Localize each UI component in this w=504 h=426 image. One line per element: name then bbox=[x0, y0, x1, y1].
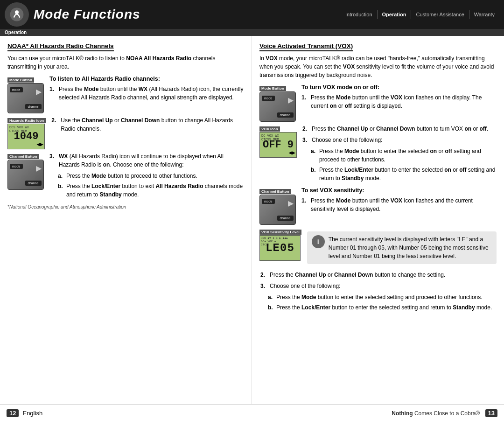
device-arrows: ▶ bbox=[36, 87, 42, 96]
vox-step-1: 1. Press the Mode button until the VOX i… bbox=[301, 93, 497, 110]
sub-header: Operation bbox=[0, 29, 504, 36]
footnote: *National Oceanographic and Atmospheric … bbox=[7, 204, 244, 210]
step-1: 1. Press the Mode button until the WX (A… bbox=[49, 85, 244, 102]
channel-button-row: Channel Button mode ▶ channel 3. WX (All… bbox=[7, 152, 244, 201]
tagline-text: Comes Close to a Cobra® bbox=[414, 410, 480, 417]
vox-sens-step-2: 2. Press the Channel Up or Channel Down … bbox=[260, 271, 497, 279]
channel-label2: channel bbox=[25, 181, 42, 186]
nav-introduction[interactable]: Introduction bbox=[341, 10, 377, 19]
vox-sensitivity-heading-text: To set VOX sensitivity: 1. Press the Mod… bbox=[301, 187, 497, 216]
vox-ch-btn: channel bbox=[277, 112, 294, 118]
right-column: Voice Activated Transmit (VOX) In VOX mo… bbox=[252, 36, 504, 404]
mode-label2: mode bbox=[10, 164, 23, 169]
top-nav: Introduction Operation Customer Assistan… bbox=[341, 10, 499, 19]
page-title: Mode Functions bbox=[34, 7, 140, 22]
vox-step-3b: b. Press the Lock/Enter button to enter … bbox=[311, 166, 497, 182]
step-3: 3. WX (All Hazards Radio) icon will cont… bbox=[49, 152, 244, 169]
cobra-logo-icon bbox=[5, 2, 29, 27]
hazards-icon-image-box: Hazards Radio Icon DCS VOX WXCTCSS MEM 1… bbox=[7, 116, 46, 149]
vox-ch-mode-btn: mode bbox=[262, 199, 275, 204]
svg-point-1 bbox=[15, 10, 19, 14]
vox-icon-image-box: VOX Icon DC VOX WXCTCSS MEM OFF 9 ◀▶ bbox=[259, 125, 297, 158]
nav-customer-assistance[interactable]: Customer Assistance bbox=[411, 10, 469, 19]
vox-icon-label: VOX Icon bbox=[259, 126, 280, 132]
step3-content: 3. WX (All Hazards Radio) icon will cont… bbox=[49, 152, 244, 201]
vox-info-box: i The current sensitivity level is displ… bbox=[307, 231, 497, 264]
vox-mode-button-label: Mode Button bbox=[259, 86, 286, 91]
vox-final-3b: b. Press the Lock/Enter button to enter … bbox=[268, 303, 497, 312]
nav-operation[interactable]: Operation bbox=[378, 10, 412, 19]
step-3b: b. Press the Lock/Enter button to exit A… bbox=[58, 182, 244, 199]
vox-step-3a: a. Press the Mode button to enter the se… bbox=[311, 147, 497, 164]
vox-section-title: Voice Activated Transmit (VOX) bbox=[259, 42, 353, 51]
mode-button-image-box: Mode Button mode ▶ channel bbox=[7, 76, 44, 113]
channel-button-device: mode ▶ channel bbox=[7, 160, 44, 190]
vox-on-off-heading: To turn VOX mode on or off: bbox=[301, 84, 497, 91]
noaa-intro: You can use your microTALK® radio to lis… bbox=[7, 54, 244, 71]
page-header: Mode Functions Introduction Operation Cu… bbox=[0, 0, 504, 29]
step2-text: 2. Use the Channel Up or Channel Down bu… bbox=[51, 116, 244, 136]
footer-right: Nothing Comes Close to a Cobra® 13 bbox=[392, 410, 497, 417]
channel-btn-label: channel bbox=[25, 104, 42, 109]
left-column: NOAA* All Hazards Radio Channels You can… bbox=[0, 36, 252, 404]
vox-arrows1: ▶ bbox=[288, 96, 294, 105]
vox-on-off-section: To turn VOX mode on or off: 1. Press the… bbox=[301, 84, 497, 113]
step-3a: a. Press the Mode button to proceed to o… bbox=[58, 172, 244, 180]
noaa-sub-heading: To listen to All Hazards Radio channels: bbox=[49, 76, 244, 82]
vox-channel-label: Channel Button bbox=[259, 189, 291, 194]
channel-button-image-box: Channel Button mode ▶ channel bbox=[7, 152, 44, 190]
vox-step-3: 3. Choose one of the following: bbox=[302, 136, 497, 144]
vox-channel-button-row: Channel Button mode ▶ channel To set VOX… bbox=[259, 187, 497, 225]
vox-sensitivity-image-box: VOX Sensitivity Level HEW ▲▼ ♦ ♦ ▶ ▲▲▲DC… bbox=[259, 228, 301, 261]
channel-button-label: Channel Button bbox=[7, 154, 39, 159]
vox-icon-row: VOX Icon DC VOX WXCTCSS MEM OFF 9 ◀▶ 2. … bbox=[259, 125, 497, 184]
vox-mode-btn: mode bbox=[262, 96, 275, 101]
vox-steps-2-3: 2. Press the Channel Up or Channel Down … bbox=[302, 125, 497, 184]
vox-mode-button-row: Mode Button mode ▶ channel To turn VOX m… bbox=[259, 84, 497, 122]
noaa-section-title: NOAA* All Hazards Radio Channels bbox=[7, 42, 114, 51]
le-lcd: HEW ▲▼ ♦ ♦ ▶ ▲▲▲DC▲ VOX ▲CTCSS LE05 bbox=[259, 235, 301, 261]
vox-info-box-area: i The current sensitivity level is displ… bbox=[307, 228, 497, 268]
vox-ch-ch-btn: channel bbox=[277, 216, 294, 221]
info-icon: i bbox=[312, 235, 325, 248]
step1-heading: To listen to All Hazards Radio channels:… bbox=[49, 76, 244, 105]
vox-sensitivity-row: VOX Sensitivity Level HEW ▲▼ ♦ ♦ ▶ ▲▲▲DC… bbox=[259, 228, 497, 268]
step-2: 2. Use the Channel Up or Channel Down bu… bbox=[51, 116, 244, 133]
tagline-nothing: Nothing bbox=[392, 410, 413, 417]
mode-button-device: mode ▶ channel bbox=[7, 83, 44, 113]
vox-sensitivity-heading: To set VOX sensitivity: bbox=[301, 187, 497, 194]
mode-button-label: Mode Button bbox=[7, 77, 34, 83]
vox-sens-step-3: 3. Choose one of the following: bbox=[260, 282, 497, 290]
vox-ch-arrows: ▶ bbox=[288, 199, 294, 208]
vox-off-lcd: DC VOX WXCTCSS MEM OFF 9 ◀▶ bbox=[259, 132, 297, 158]
page-footer: 12 English Nothing Comes Close to a Cobr… bbox=[0, 404, 504, 422]
vox-mode-button-image-box: Mode Button mode ▶ channel bbox=[259, 84, 296, 122]
sub-header-label: Operation bbox=[5, 30, 27, 35]
mode-button-row: Mode Button mode ▶ channel To listen to … bbox=[7, 76, 244, 113]
vox-channel-image-box: Channel Button mode ▶ channel bbox=[259, 187, 296, 225]
hazards-icon-label: Hazards Radio Icon bbox=[7, 118, 46, 123]
page-number-right: 13 bbox=[485, 409, 497, 417]
vox-sens-step-1: 1. Press the Mode button until the VOX i… bbox=[301, 196, 497, 213]
nav-warranty[interactable]: Warranty bbox=[469, 10, 499, 19]
vox-mode-device: mode ▶ channel bbox=[259, 91, 296, 122]
hazards-lcd: DCS VOX WXCTCSS MEM 1049 ◀▶ bbox=[7, 124, 45, 149]
vox-final-3a: a. Press the Mode button to enter the se… bbox=[268, 293, 497, 301]
vox-info-text: The current sensitivity level is display… bbox=[329, 235, 492, 260]
main-content: NOAA* All Hazards Radio Channels You can… bbox=[0, 36, 504, 404]
device-arrows2: ▶ bbox=[36, 164, 42, 173]
vox-final-alpha: a. Press the Mode button to enter the se… bbox=[259, 293, 497, 312]
footer-left: 12 English bbox=[7, 409, 42, 417]
vox-intro: In VOX mode, your microTALK® radio can b… bbox=[259, 54, 497, 79]
footer-lang: English bbox=[22, 410, 42, 417]
page-number-left: 12 bbox=[7, 409, 19, 417]
vox-final-steps: 2. Press the Channel Up or Channel Down … bbox=[259, 271, 497, 290]
hazards-icon-row: Hazards Radio Icon DCS VOX WXCTCSS MEM 1… bbox=[7, 116, 244, 149]
mode-btn-label: mode bbox=[10, 87, 23, 92]
vox-channel-device: mode ▶ channel bbox=[259, 195, 296, 225]
vox-step-2: 2. Press the Channel Up or Channel Down … bbox=[302, 125, 497, 133]
vox-sensitivity-label: VOX Sensitivity Level bbox=[259, 230, 301, 235]
